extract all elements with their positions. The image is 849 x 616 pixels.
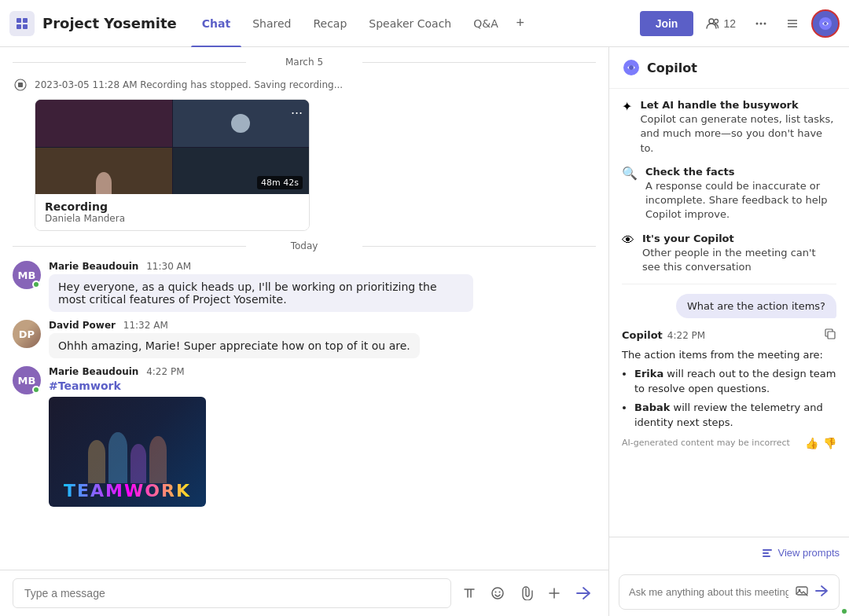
emoji-icon	[491, 586, 505, 600]
tab-qa[interactable]: Q&A	[462, 0, 509, 47]
main-area: March 5 2023-03-05 11:28 AM Recording ha…	[0, 47, 849, 616]
copilot-input-box	[619, 574, 840, 610]
tab-speaker-coach[interactable]: Speaker Coach	[358, 0, 462, 47]
copilot-response: Copilot 4:22 PM The action items from th…	[622, 328, 836, 449]
header-left: Project Yosemite Chat Shared Recap Speak…	[9, 0, 531, 47]
copy-button[interactable]	[824, 328, 836, 343]
recording-duration: 48m 42s	[257, 176, 303, 189]
feature-heading-3: It's your Copilot	[642, 233, 734, 244]
header-right: Join 12	[640, 9, 840, 38]
svg-point-5	[715, 19, 719, 23]
input-actions	[458, 581, 596, 606]
response-item-2: Babak will review the telemetry and iden…	[634, 400, 836, 431]
more-options-button[interactable]	[748, 11, 774, 36]
svg-point-13	[824, 22, 827, 25]
participants-button[interactable]: 12	[700, 12, 742, 35]
tab-shared[interactable]: Shared	[241, 0, 302, 47]
eye-icon: 👁	[622, 233, 634, 248]
svg-point-7	[760, 22, 763, 24]
svg-point-4	[709, 19, 714, 24]
msg-time-3: 4:22 PM	[146, 366, 184, 377]
gif-people	[49, 405, 206, 483]
message-input-area	[0, 570, 608, 616]
copilot-divider	[622, 284, 836, 284]
view-prompts-button[interactable]: View prompts	[619, 544, 840, 562]
svg-rect-2	[17, 24, 21, 29]
date-divider-today: Today	[13, 240, 596, 251]
plus-icon	[547, 586, 561, 600]
online-indicator-3	[32, 386, 40, 394]
copilot-feature-3: 👁 It's your Copilot Other people in the …	[622, 232, 836, 275]
message-input[interactable]	[13, 578, 451, 608]
sender-name-2: David Power	[49, 320, 116, 331]
chat-messages: March 5 2023-03-05 11:28 AM Recording ha…	[0, 47, 608, 570]
tab-chat[interactable]: Chat	[191, 0, 241, 47]
sender-name-1: Marie Beaudouin	[49, 261, 138, 272]
feature-desc-2: A response could be inaccurate or incomp…	[645, 180, 828, 220]
copilot-send-button[interactable]	[814, 583, 829, 601]
image-icon	[795, 584, 809, 598]
svg-rect-21	[828, 332, 835, 339]
svg-point-16	[492, 588, 503, 599]
svg-rect-22	[763, 549, 772, 551]
msg-bubble-1: Hey everyone, as a quick heads up, I'll …	[49, 274, 473, 312]
add-tab-button[interactable]: +	[509, 13, 531, 35]
copilot-button[interactable]	[811, 9, 840, 38]
more-options-button-2[interactable]	[780, 11, 805, 36]
svg-point-17	[495, 592, 497, 593]
copilot-body: ✦ Let AI handle the busywork Copilot can…	[609, 89, 849, 537]
sender-name-3: Marie Beaudouin	[49, 366, 138, 377]
thumbs-up-button[interactable]: 👍	[805, 437, 818, 449]
response-time: 4:22 PM	[667, 330, 705, 341]
recording-owner: Daniela Mandera	[45, 213, 300, 224]
send-icon	[575, 585, 592, 602]
system-message-text: 2023-03-05 11:28 AM Recording has stoppe…	[35, 79, 343, 90]
message-content-1: Marie Beaudouin 11:30 AM Hey everyone, a…	[49, 261, 596, 312]
list-icon	[785, 16, 799, 31]
svg-rect-24	[763, 556, 770, 557]
response-header: Copilot 4:22 PM	[622, 328, 836, 343]
send-button[interactable]	[571, 581, 596, 606]
thumbs-down-button[interactable]: 👎	[823, 437, 836, 449]
svg-point-20	[629, 65, 634, 70]
copilot-feature-1: ✦ Let AI handle the busywork Copilot can…	[622, 98, 836, 156]
svg-rect-23	[763, 552, 769, 554]
response-sender: Copilot	[622, 329, 663, 341]
add-button[interactable]	[542, 581, 566, 605]
recording-stop-icon	[13, 77, 28, 93]
message-content-2: David Power 11:32 AM Ohhh amazing, Marie…	[49, 320, 596, 358]
grid-icon	[9, 11, 35, 36]
recording-more-button[interactable]: ···	[291, 104, 303, 121]
date-divider-march: March 5	[13, 57, 596, 68]
join-button[interactable]: Join	[640, 11, 694, 36]
app-header: Project Yosemite Chat Shared Recap Speak…	[0, 0, 849, 47]
nav-tabs: Chat Shared Recap Speaker Coach Q&A +	[191, 0, 531, 47]
svg-point-6	[756, 22, 759, 24]
user-question: What are the action items?	[676, 294, 836, 318]
format-text-button[interactable]	[458, 581, 481, 605]
avatar-marie-1: MB	[13, 261, 41, 289]
emoji-button[interactable]	[486, 581, 509, 605]
online-indicator	[32, 280, 40, 288]
recording-title: Recording	[45, 200, 300, 213]
message-1: MB Marie Beaudouin 11:30 AM Hey everyone…	[13, 261, 596, 312]
attach-button[interactable]	[514, 581, 538, 605]
view-prompts-label: View prompts	[777, 547, 840, 559]
ai-disclaimer: AI-generated content may be incorrect 👍 …	[622, 437, 836, 449]
tab-recap[interactable]: Recap	[302, 0, 358, 47]
feature-desc-3: Other people in the meeting can't see th…	[642, 247, 816, 273]
msg-meta-2: David Power 11:32 AM	[49, 320, 596, 331]
feature-text-3: It's your Copilot Other people in the me…	[642, 232, 836, 275]
copilot-footer: View prompts	[609, 537, 849, 568]
copilot-input[interactable]	[629, 586, 788, 598]
msg-meta-3: Marie Beaudouin 4:22 PM	[49, 366, 596, 377]
copilot-logo-icon	[818, 16, 833, 31]
msg-time-1: 11:30 AM	[146, 261, 191, 272]
msg-time-2: 11:32 AM	[123, 320, 168, 331]
svg-rect-15	[18, 82, 23, 87]
image-insert-button[interactable]	[795, 584, 809, 601]
response-intro: The action items from the meeting are:	[622, 349, 823, 361]
response-text: The action items from the meeting are: E…	[622, 347, 836, 431]
feature-heading-1: Let AI handle the busywork	[640, 99, 798, 111]
attach-icon	[519, 586, 533, 600]
